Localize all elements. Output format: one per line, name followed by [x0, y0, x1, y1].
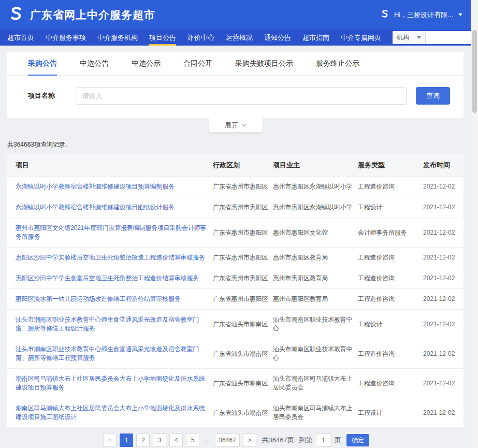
page-button-2[interactable]: 2 [136, 433, 150, 447]
table-row: 惠阳区沙田中学学生食堂后空地卫生死角整治工程造价结算审核服务 广东省惠州市惠阳区… [7, 268, 463, 289]
nav-item-operation-overview[interactable]: 运营概况 [226, 30, 253, 46]
user-greeting: Hi，三桥设计有限... [394, 10, 453, 20]
project-link[interactable]: 永湖镇以时小学教师宿舍楼补漏维修建设项目预算编制服务 [16, 183, 175, 190]
project-link[interactable]: 惠州市惠阳区文化馆2021年度部门决算报表编制服务项目采购会计师事务所服务 [16, 224, 206, 240]
prev-page-button[interactable]: < [103, 433, 117, 447]
scrollbar-thumb[interactable] [472, 30, 477, 113]
date-cell: 2021-12-02 [423, 268, 463, 289]
type-cell: 工程造价咨询 [358, 339, 423, 369]
user-menu[interactable]: Hi，三桥设计有限... [380, 9, 462, 21]
page: 广东省网上中介服务超市 Hi，三桥设计有限... 超市首页 中介服务事项 中介服… [0, 0, 471, 447]
region-cell: 广东省惠州市惠阳区 [213, 177, 273, 197]
owner-cell: 汕头市潮南区职业技术教育中心 [273, 310, 358, 339]
query-button[interactable]: 查询 [416, 87, 450, 105]
col-header-date: 发布时间 [423, 154, 463, 177]
goto-page-input[interactable] [316, 433, 331, 447]
date-cell: 2021-12-02 [423, 218, 463, 248]
project-link[interactable]: 惠阳区沙田中学学生食堂后空地卫生死角整治工程造价结算审核服务 [16, 274, 199, 282]
owner-cell: 惠州市惠阳区文化馆 [273, 218, 358, 248]
project-link[interactable]: 惠阳区沙田中学实验楼后空地卫生死角整治改造工程造价结算审核服务 [16, 254, 205, 261]
type-cell: 工程设计 [358, 310, 423, 339]
project-link[interactable]: 汕头市潮南区职业技术教育中心师生食堂通风采光改造及宿舍教室门窗、厕所等修缮工程设… [16, 316, 199, 332]
logo-title: 广东省网上中介服务超市 [7, 5, 155, 25]
page-button-4[interactable]: 4 [169, 433, 183, 447]
type-cell: 工程造价咨询 [358, 248, 423, 268]
user-logo-icon [380, 9, 390, 21]
region-cell: 广东省惠州市惠阳区 [213, 289, 273, 310]
page-button-last[interactable]: 36467 [215, 433, 239, 447]
project-link[interactable]: 潮南区司马浦镇大布上社区居民委员会大布上小学地面硬化及排水系统建设项目施工图纸设… [16, 404, 205, 421]
chevron-down-icon [458, 13, 462, 16]
col-header-type: 服务类型 [358, 154, 423, 177]
project-link[interactable]: 潮南区司马浦镇大布上社区居民委员会大布上小学地面硬化及排水系统建设项目预算服务 [16, 375, 205, 391]
owner-cell: 汕头市潮南区职业技术教育中心 [273, 339, 358, 369]
date-cell: 2021-12-02 [423, 339, 463, 369]
tab-selection-publicity[interactable]: 中选公示 [132, 52, 161, 75]
col-header-owner: 项目业主 [273, 154, 358, 177]
filter-form: 项目名称 查询 [7, 76, 463, 118]
owner-cell: 汕头市潮南区司马浦镇大布上居民委员会 [273, 398, 358, 428]
site-logo-icon [7, 5, 25, 25]
nav-item-guide[interactable]: 超市指南 [302, 30, 329, 46]
nav-item-project-announcements[interactable]: 项目公告 [149, 30, 176, 46]
global-search-input[interactable] [426, 31, 478, 44]
type-cell: 工程造价咨询 [358, 289, 423, 310]
results-table-card: 项目 行政区划 项目业主 服务类型 发布时间 永湖镇以时小学教师宿舍楼补漏维修建… [7, 154, 463, 427]
site-header: 广东省网上中介服务超市 Hi，三桥设计有限... [0, 0, 471, 30]
page-ellipsis: ... [202, 437, 212, 444]
owner-cell: 惠州市惠阳区永湖镇以时小学 [273, 177, 358, 197]
owner-cell: 惠州市惠阳区教育局 [273, 248, 358, 268]
owner-cell: 汕头市潮南区司马浦镇大布上居民委员会 [273, 369, 358, 398]
search-group: 机构 [393, 31, 478, 44]
project-link[interactable]: 汕头市潮南区职业技术教育中心师生食堂通风采光改造及宿舍教室门窗、厕所等修缮工程预… [16, 345, 199, 362]
table-row: 惠阳区沙田中学实验楼后空地卫生死角整治改造工程造价结算审核服务 广东省惠州市惠阳… [7, 248, 463, 268]
filter-card: 采购公告 中选公告 中选公示 合同公开 采购失败项目公示 服务终止公示 项目名称… [7, 52, 463, 118]
site-title: 广东省网上中介服务超市 [30, 8, 155, 22]
expand-label: 展开 [225, 121, 238, 130]
project-link[interactable]: 永湖镇以时小学教师宿舍楼补漏维修建设项目图纸设计服务 [16, 204, 175, 211]
nav-item-agency-page[interactable]: 中介专属网页 [341, 30, 381, 46]
project-link[interactable]: 惠阳区淡水第一幼儿园运动场改造修缮工程造价结算审核服务 [16, 295, 181, 302]
table-row: 永湖镇以时小学教师宿舍楼补漏维修建设项目预算编制服务 广东省惠州市惠阳区 惠州市… [7, 177, 463, 197]
date-cell: 2021-12-02 [423, 398, 463, 428]
type-cell: 工程造价咨询 [358, 177, 423, 197]
region-cell: 广东省汕头市潮南区 [213, 369, 273, 398]
nav-item-home[interactable]: 超市首页 [7, 30, 34, 46]
table-row: 汕头市潮南区职业技术教育中心师生食堂通风采光改造及宿舍教室门窗、厕所等修缮工程设… [7, 310, 463, 339]
tab-failed-projects[interactable]: 采购失败项目公示 [235, 52, 293, 75]
nav-search: 机构 [393, 30, 478, 46]
page-button-3[interactable]: 3 [153, 433, 166, 447]
date-cell: 2021-12-02 [423, 310, 463, 339]
region-cell: 广东省惠州市惠阳区 [213, 248, 273, 268]
search-category-value: 机构 [397, 33, 409, 42]
expand-button[interactable]: 展开 [209, 118, 263, 132]
table-row: 潮南区司马浦镇大布上社区居民委员会大布上小学地面硬化及排水系统建设项目施工图纸设… [7, 398, 463, 428]
type-cell: 会计师事务所服务 [358, 218, 423, 248]
nav-item-agencies[interactable]: 中介服务机构 [97, 30, 138, 46]
nav-item-notices[interactable]: 通知公告 [264, 30, 291, 46]
tab-selection-announcement[interactable]: 中选公告 [80, 52, 109, 75]
table-header-row: 项目 行政区划 项目业主 服务类型 发布时间 [7, 154, 463, 177]
project-name-input[interactable] [76, 87, 407, 105]
next-page-button[interactable]: > [243, 433, 256, 447]
confirm-button[interactable]: 确定 [346, 434, 369, 446]
date-cell: 2021-12-02 [423, 369, 463, 398]
table-row: 惠阳区淡水第一幼儿园运动场改造修缮工程造价结算审核服务 广东省惠州市惠阳区 惠州… [7, 289, 463, 310]
page-button-1[interactable]: 1 [120, 433, 133, 447]
search-category-select[interactable]: 机构 [393, 31, 426, 44]
pagination: < 1 2 3 4 5 ... 36467 > 共36467页 到第 页 确定 [0, 433, 471, 447]
nav-item-service-items[interactable]: 中介服务事项 [46, 30, 86, 46]
region-cell: 广东省惠州市惠阳区 [213, 268, 273, 289]
goto-suffix: 页 [335, 436, 341, 445]
type-cell: 工程设计 [358, 197, 423, 218]
tab-procurement-announcement[interactable]: 采购公告 [28, 52, 57, 75]
owner-cell: 惠州市惠阳区教育局 [273, 268, 358, 289]
tab-contract-publicity[interactable]: 合同公开 [183, 52, 212, 75]
region-cell: 广东省汕头市潮南区 [213, 398, 273, 428]
date-cell: 2021-12-02 [423, 248, 463, 268]
col-header-project: 项目 [7, 154, 213, 177]
scrollbar-track[interactable] [471, 0, 478, 448]
page-button-5[interactable]: 5 [186, 433, 199, 447]
tab-service-termination[interactable]: 服务终止公示 [316, 52, 359, 75]
nav-item-evaluation-center[interactable]: 评价中心 [187, 30, 214, 46]
